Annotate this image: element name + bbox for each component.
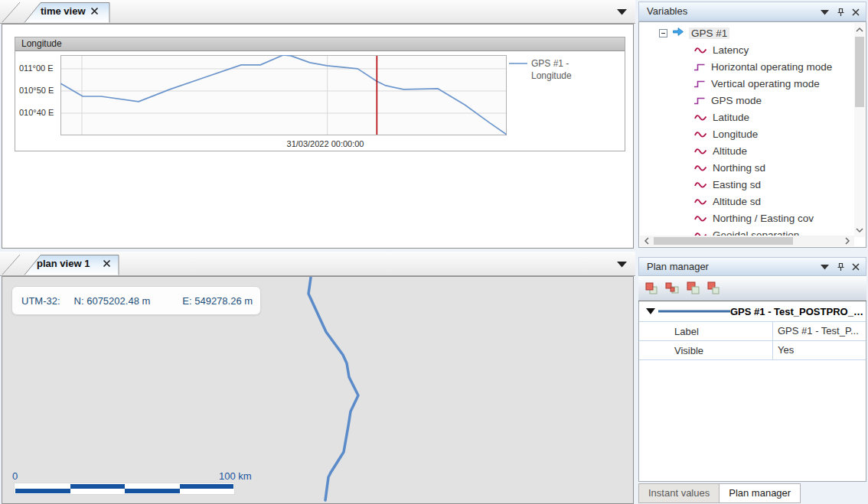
plan-view-tabbar: plan view 1: [0, 252, 635, 276]
scale-bar-segment: [125, 489, 180, 493]
scale-bar-segment: [180, 489, 234, 493]
wave-signal-icon: [693, 163, 708, 172]
close-icon[interactable]: [103, 259, 111, 268]
plan-item-line-sample: [658, 310, 730, 313]
property-key: Visible: [639, 345, 772, 356]
tree-node-label: Altitude sd: [713, 196, 761, 207]
property-key: Label: [639, 326, 772, 337]
tree-node-variable[interactable]: GPS mode: [639, 92, 853, 109]
close-icon[interactable]: [852, 8, 860, 16]
plan-manager-panel-header[interactable]: Plan manager: [638, 257, 866, 276]
property-row-visible[interactable]: Visible Yes: [639, 341, 866, 360]
wave-signal-icon: [693, 213, 708, 223]
tree-node-variable[interactable]: Northing / Easting cov: [639, 210, 853, 226]
close-icon[interactable]: [852, 263, 860, 271]
tree-node-label: Longitude: [713, 128, 758, 140]
tree-node-variable[interactable]: Horizontal operating mode: [639, 58, 853, 75]
variables-tree: GPS #1LatencyHorizontal operating modeVe…: [639, 24, 853, 238]
wave-signal-icon: [693, 112, 708, 122]
scale-bar-segment: [15, 489, 70, 493]
tree-node-label: Latitude: [713, 112, 749, 123]
longitude-line-chart[interactable]: [60, 55, 507, 135]
scroll-left-icon[interactable]: [643, 236, 651, 245]
tree-node-variable[interactable]: Latitude: [639, 109, 853, 125]
variables-tree-container: GPS #1LatencyHorizontal operating modeVe…: [638, 21, 866, 248]
property-row-label[interactable]: Label GPS #1 - Test_P...: [639, 322, 866, 341]
property-value[interactable]: Yes: [772, 341, 866, 359]
datum-label: UTM-32:: [21, 295, 60, 307]
tree-node-gps-1[interactable]: GPS #1: [639, 24, 853, 41]
send-to-back-button[interactable]: [664, 280, 680, 297]
tab-plan-view-1[interactable]: plan view 1: [37, 258, 90, 269]
horizontal-scroll-thumb[interactable]: [654, 237, 793, 245]
tab-time-view[interactable]: time view: [41, 5, 86, 17]
vertical-scroll-thumb[interactable]: [855, 37, 864, 107]
plan-manager-toolbar: [638, 276, 866, 301]
tree-node-label: Horizontal operating mode: [711, 61, 832, 73]
pin-icon[interactable]: [836, 262, 845, 272]
time-view-content: Longitude 31/03/2022 00:00:00 GPS #1 - L…: [2, 24, 634, 249]
tree-node-variable[interactable]: Longitude: [639, 125, 853, 142]
tree-node-variable[interactable]: Northing sd: [639, 159, 853, 176]
wave-signal-icon: [693, 197, 708, 206]
legend-line-sample: [509, 57, 527, 70]
tree-node-variable[interactable]: Altitude sd: [639, 193, 853, 210]
plan-manager-panel-title: Plan manager: [647, 261, 709, 272]
legend-text: GPS #1 - Longitude: [531, 57, 572, 82]
tree-node-label: Vertical operating mode: [711, 78, 820, 89]
chevron-down-icon[interactable]: [821, 10, 829, 15]
y-axis-tick-label: 010°50 E: [19, 86, 57, 95]
wave-signal-icon: [693, 129, 708, 138]
tab-instant-values[interactable]: Instant values: [638, 483, 719, 503]
send-backward-icon: [706, 281, 721, 296]
collapse-triangle-icon[interactable]: [646, 308, 655, 315]
coordinate-readout: UTM-32: N: 6075202.48 m E: 549278.26 m: [11, 286, 261, 315]
time-axis-cursor-label: 31/03/2022 00:00:00: [245, 139, 406, 148]
chevron-down-icon[interactable]: [617, 9, 627, 15]
bring-to-front-button[interactable]: [643, 280, 660, 297]
tab-strip-slant: [2, 2, 20, 22]
tree-node-variable[interactable]: Easting sd: [639, 176, 853, 193]
horizontal-scrollbar[interactable]: [640, 236, 854, 246]
wave-signal-icon: [693, 45, 708, 54]
bring-forward-button[interactable]: [684, 280, 701, 297]
send-backward-button[interactable]: [705, 280, 722, 297]
y-axis-tick-label: 011°00 E: [19, 63, 57, 73]
longitude-chart: Longitude 31/03/2022 00:00:00 GPS #1 - L…: [15, 37, 625, 151]
tree-node-variable[interactable]: Latency: [639, 41, 853, 58]
property-value[interactable]: GPS #1 - Test_P...: [772, 322, 866, 340]
time-view-tabbar: time view: [0, 0, 635, 24]
map-scale-bar: [15, 483, 234, 494]
step-signal-icon: [693, 96, 706, 105]
tree-node-label: Latency: [713, 44, 749, 56]
scale-left-label: 0: [12, 470, 18, 482]
tab-plan-manager[interactable]: Plan manager: [719, 483, 801, 503]
collapse-box-icon[interactable]: [659, 29, 667, 37]
plan-view-map[interactable]: UTM-32: N: 6075202.48 m E: 549278.26 m 0…: [2, 276, 634, 504]
tree-node-label: GPS #1: [689, 28, 729, 39]
scale-right-label: 100 km: [219, 470, 252, 482]
scroll-down-icon[interactable]: [855, 226, 864, 234]
wave-signal-icon: [693, 180, 708, 189]
easting-value: E: 549278.26 m: [182, 295, 253, 307]
close-icon[interactable]: [90, 7, 99, 15]
scroll-up-icon[interactable]: [855, 26, 864, 34]
gps-device-icon: [672, 27, 684, 39]
tree-node-variable[interactable]: Altitude: [639, 142, 853, 159]
tree-node-label: Altitude: [713, 145, 747, 157]
send-to-back-icon: [664, 281, 680, 296]
plan-item-row[interactable]: GPS #1 - Test_POSTPRO_202...: [639, 301, 866, 322]
pin-icon[interactable]: [836, 8, 845, 17]
chart-legend: GPS #1 - Longitude: [509, 57, 572, 82]
vertical-scrollbar[interactable]: [854, 23, 865, 237]
chevron-down-icon[interactable]: [617, 262, 627, 268]
bring-forward-icon: [685, 281, 700, 296]
chevron-down-icon[interactable]: [821, 265, 829, 270]
variables-panel-header[interactable]: Variables: [638, 2, 866, 21]
tree-node-variable[interactable]: Vertical operating mode: [639, 75, 853, 92]
vessel-track-polyline: [308, 278, 358, 500]
scroll-right-icon[interactable]: [844, 236, 851, 245]
chart-plot-area: 31/03/2022 00:00:00 GPS #1 - Longitude 0…: [15, 51, 625, 150]
y-axis-tick-label: 010°40 E: [19, 108, 57, 117]
variables-panel-title: Variables: [647, 5, 687, 17]
